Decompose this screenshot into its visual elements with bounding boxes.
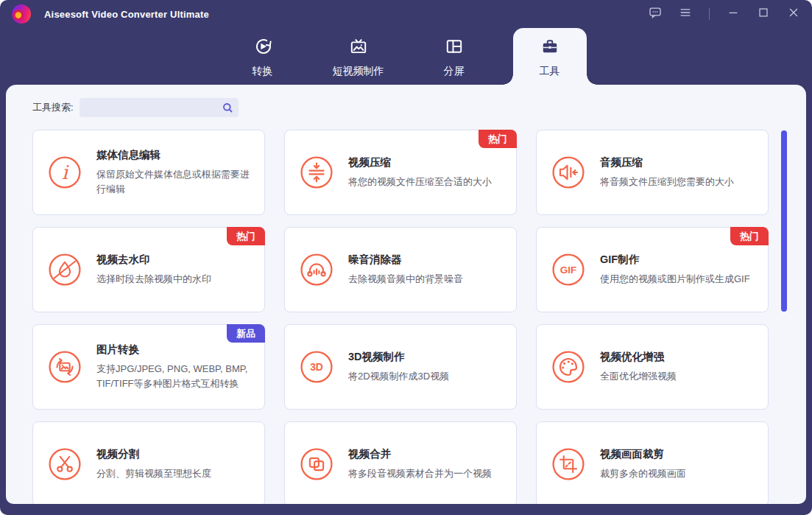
app-title: Aiseesoft Video Converter Ultimate xyxy=(44,9,209,20)
split-icon xyxy=(48,447,82,481)
tool-card-title: 图片转换 xyxy=(96,343,253,357)
tools-grid: i媒体信息编辑保留原始文件媒体信息或根据需要进行编辑热门视频压缩将您的视频文件压… xyxy=(32,130,769,504)
app-logo-icon xyxy=(12,4,31,24)
tool-card-text: 图片转换支持JPG/JPEG, PNG, WEBP, BMP, TIF/TIFF… xyxy=(96,343,253,391)
tool-card[interactable]: 视频优化增强全面优化增强视频 xyxy=(536,324,769,410)
tool-card-text: 视频压缩将您的视频文件压缩至合适的大小 xyxy=(348,155,492,189)
hot-badge: 热门 xyxy=(227,227,265,245)
tool-card-title: 音频压缩 xyxy=(600,155,734,169)
tab-convert[interactable]: 转换 xyxy=(226,28,300,85)
tool-card[interactable]: 噪音消除器去除视频音频中的背景噪音 xyxy=(284,227,517,312)
svg-text:3D: 3D xyxy=(310,361,323,373)
tool-search-input[interactable] xyxy=(80,102,239,113)
tool-card-text: 噪音消除器去除视频音频中的背景噪音 xyxy=(348,253,463,287)
app-window: Aiseesoft Video Converter Ultimate 转换短视频… xyxy=(0,0,812,515)
tool-card-desc: 将多段音视频素材合并为一个视频 xyxy=(348,466,492,481)
tool-card-desc: 分割、剪辑视频至理想长度 xyxy=(96,466,211,481)
tool-card-title: 视频画面裁剪 xyxy=(600,447,686,461)
tool-card-desc: 将您的视频文件压缩至合适的大小 xyxy=(348,175,492,189)
tool-card-desc: 使用您的视频或图片制作或生成GIF xyxy=(600,272,750,287)
tool-card[interactable]: 视频合并将多段音视频素材合并为一个视频 xyxy=(284,421,517,504)
movie-maker-icon xyxy=(349,37,368,59)
tool-card-title: 视频优化增强 xyxy=(600,350,677,364)
tool-card-text: 3D视频制作将2D视频制作成3D视频 xyxy=(348,350,449,384)
menu-button[interactable] xyxy=(679,7,692,21)
tool-card[interactable]: 热门视频去水印选择时段去除视频中的水印 xyxy=(32,227,265,312)
tab-curve-left xyxy=(503,74,513,85)
tool-search-row: 工具搜索: xyxy=(32,98,239,117)
tool-card-desc: 选择时段去除视频中的水印 xyxy=(96,272,211,287)
tool-card-title: 媒体信息编辑 xyxy=(96,148,253,162)
gif-icon: GIF xyxy=(551,253,585,287)
tool-card-title: GIF制作 xyxy=(600,253,750,267)
tab-label: 工具 xyxy=(540,65,560,78)
tool-card-desc: 支持JPG/JPEG, PNG, WEBP, BMP, TIF/TIFF等多种图… xyxy=(96,362,253,391)
convert-icon xyxy=(253,37,272,59)
hot-badge: 热门 xyxy=(479,130,517,148)
scrollbar-thumb[interactable] xyxy=(781,130,787,312)
noise-remover-icon xyxy=(300,253,333,287)
tool-card[interactable]: 3D3D视频制作将2D视频制作成3D视频 xyxy=(284,324,517,410)
tool-card[interactable]: 热门GIFGIF制作使用您的视频或图片制作或生成GIF xyxy=(536,227,769,312)
crop-icon xyxy=(551,447,585,481)
search-icon[interactable] xyxy=(222,102,233,113)
tool-card[interactable]: 新品图片转换支持JPG/JPEG, PNG, WEBP, BMP, TIF/TI… xyxy=(32,324,265,410)
minimize-icon xyxy=(727,6,740,22)
merge-icon xyxy=(300,447,333,481)
main-tabs: 转换短视频制作分屏工具 xyxy=(0,28,812,85)
info-icon: i xyxy=(48,155,82,189)
tool-card-desc: 去除视频音频中的背景噪音 xyxy=(348,272,463,287)
tool-card-title: 视频合并 xyxy=(348,447,492,461)
tool-card-title: 视频压缩 xyxy=(348,155,492,169)
tab-label: 分屏 xyxy=(444,65,465,78)
tab-label: 短视频制作 xyxy=(333,65,384,78)
tool-card-desc: 全面优化增强视频 xyxy=(600,369,677,384)
enhance-icon xyxy=(551,350,585,384)
feedback-button[interactable] xyxy=(649,7,662,21)
tool-card-text: 视频优化增强全面优化增强视频 xyxy=(600,350,677,384)
tool-card-text: 视频合并将多段音视频素材合并为一个视频 xyxy=(348,447,492,481)
close-icon xyxy=(787,6,800,22)
tab-collage[interactable]: 分屏 xyxy=(417,28,491,85)
svg-text:GIF: GIF xyxy=(560,264,576,276)
tool-search-box xyxy=(80,98,239,117)
tab-movie-maker[interactable]: 短视频制作 xyxy=(322,28,395,85)
hot-badge: 热门 xyxy=(730,227,769,245)
tab-label: 转换 xyxy=(253,65,273,78)
tool-card[interactable]: 视频分割分割、剪辑视频至理想长度 xyxy=(32,421,265,504)
tool-card-text: GIF制作使用您的视频或图片制作或生成GIF xyxy=(600,253,750,287)
tool-card[interactable]: 音频压缩将音频文件压缩到您需要的大小 xyxy=(536,130,769,215)
tool-card-text: 音频压缩将音频文件压缩到您需要的大小 xyxy=(600,155,734,189)
tool-card-desc: 将2D视频制作成3D视频 xyxy=(348,369,449,384)
window-controls xyxy=(649,7,800,21)
image-convert-icon xyxy=(48,350,82,384)
3d-icon: 3D xyxy=(300,350,333,384)
tool-card-title: 3D视频制作 xyxy=(348,350,449,364)
maximize-button[interactable] xyxy=(757,7,770,21)
tool-card[interactable]: 视频画面裁剪裁剪多余的视频画面 xyxy=(536,421,769,504)
maximize-icon xyxy=(757,6,770,22)
tool-card-text: 媒体信息编辑保留原始文件媒体信息或根据需要进行编辑 xyxy=(96,148,253,197)
tab-curve-right xyxy=(587,74,597,85)
tool-card[interactable]: i媒体信息编辑保留原始文件媒体信息或根据需要进行编辑 xyxy=(32,130,265,215)
close-button[interactable] xyxy=(787,7,800,21)
audio-compress-icon xyxy=(551,155,585,189)
toolbox-icon xyxy=(540,37,559,59)
tool-card-text: 视频画面裁剪裁剪多余的视频画面 xyxy=(600,447,686,481)
tool-card-desc: 将音频文件压缩到您需要的大小 xyxy=(600,175,734,189)
tool-card-desc: 保留原始文件媒体信息或根据需要进行编辑 xyxy=(96,167,253,197)
tool-card-text: 视频去水印选择时段去除视频中的水印 xyxy=(96,253,211,287)
tools-panel: 工具搜索: i媒体信息编辑保留原始文件媒体信息或根据需要进行编辑热门视频压缩将您… xyxy=(6,85,806,504)
titlebar: Aiseesoft Video Converter Ultimate xyxy=(0,0,812,28)
tab-toolbox[interactable]: 工具 xyxy=(513,28,587,85)
tool-card[interactable]: 热门视频压缩将您的视频文件压缩至合适的大小 xyxy=(284,130,517,215)
titlebar-divider xyxy=(709,8,710,20)
feedback-icon xyxy=(649,6,662,22)
compress-icon xyxy=(300,155,333,189)
menu-icon xyxy=(679,6,692,22)
minimize-button[interactable] xyxy=(727,7,740,21)
tool-card-text: 视频分割分割、剪辑视频至理想长度 xyxy=(96,447,211,481)
tool-card-title: 噪音消除器 xyxy=(348,253,463,267)
tool-card-desc: 裁剪多余的视频画面 xyxy=(600,466,686,481)
tool-search-label: 工具搜索: xyxy=(32,101,74,114)
